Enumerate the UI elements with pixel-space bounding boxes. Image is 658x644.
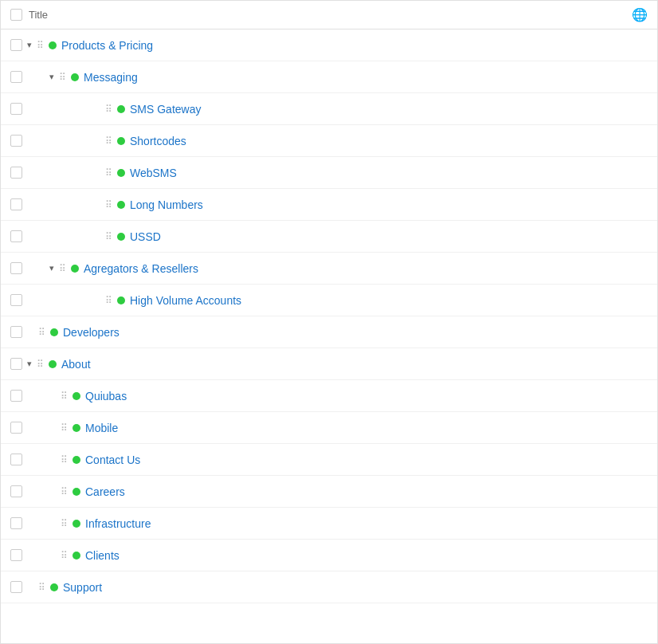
tree-row-high-volume-accounts: ⠿High Volume Accounts <box>1 285 657 316</box>
table-header: Title 🌐 <box>1 1 657 29</box>
label-agregators-resellers[interactable]: Agregators & Resellers <box>84 262 198 275</box>
status-dot-long-numbers <box>117 201 125 209</box>
drag-handle-clients[interactable]: ⠿ <box>61 550 68 561</box>
globe-icon: 🌐 <box>632 7 648 22</box>
status-dot-shortcodes <box>117 137 125 145</box>
label-about[interactable]: About <box>61 358 91 371</box>
status-dot-ussd <box>117 233 125 241</box>
label-products-pricing[interactable]: Products & Pricing <box>61 39 153 52</box>
label-high-volume-accounts[interactable]: High Volume Accounts <box>130 294 241 307</box>
checkbox-long-numbers[interactable] <box>10 198 22 210</box>
tree-row-websms: ⠿WebSMS <box>1 157 657 189</box>
label-quiubas[interactable]: Quiubas <box>85 390 127 402</box>
label-ussd[interactable]: USSD <box>130 230 161 243</box>
drag-handle-shortcodes[interactable]: ⠿ <box>105 135 112 147</box>
status-dot-support <box>50 583 58 591</box>
drag-handle-websms[interactable]: ⠿ <box>105 167 112 179</box>
tree-row-mobile: ⠿Mobile <box>1 412 657 444</box>
tree-row-products-pricing: ▾⠿Products & Pricing <box>1 29 657 61</box>
status-dot-agregators-resellers <box>71 265 79 273</box>
label-clients[interactable]: Clients <box>85 549 119 562</box>
chevron-products-pricing[interactable]: ▾ <box>27 40 32 50</box>
status-dot-infrastructure <box>72 520 80 528</box>
tree-rows-container: ▾⠿Products & Pricing▾⠿Messaging⠿SMS Gate… <box>1 29 657 603</box>
tree-row-agregators-resellers: ▾⠿Agregators & Resellers <box>1 253 657 285</box>
chevron-about[interactable]: ▾ <box>27 359 32 369</box>
status-dot-careers <box>72 488 80 496</box>
drag-handle-high-volume-accounts[interactable]: ⠿ <box>105 295 112 306</box>
tree-row-about: ▾⠿About <box>1 348 657 380</box>
status-dot-developers <box>50 328 58 336</box>
checkbox-messaging[interactable] <box>10 71 22 83</box>
drag-handle-messaging[interactable]: ⠿ <box>59 72 66 83</box>
checkbox-developers[interactable] <box>10 326 22 338</box>
drag-handle-long-numbers[interactable]: ⠿ <box>105 199 112 210</box>
drag-handle-mobile[interactable]: ⠿ <box>61 422 68 434</box>
checkbox-mobile[interactable] <box>10 422 22 434</box>
label-mobile[interactable]: Mobile <box>85 422 118 434</box>
tree-table: Title 🌐 ▾⠿Products & Pricing▾⠿Messaging⠿… <box>0 0 658 644</box>
label-contact-us[interactable]: Contact Us <box>85 454 140 466</box>
header-checkbox[interactable] <box>10 9 22 21</box>
checkbox-websms[interactable] <box>10 167 22 179</box>
drag-handle-careers[interactable]: ⠿ <box>61 486 68 497</box>
checkbox-careers[interactable] <box>10 485 22 497</box>
label-infrastructure[interactable]: Infrastructure <box>85 517 151 530</box>
status-dot-mobile <box>72 424 80 432</box>
label-websms[interactable]: WebSMS <box>130 167 177 179</box>
drag-handle-support[interactable]: ⠿ <box>38 582 45 593</box>
chevron-messaging[interactable]: ▾ <box>49 72 54 82</box>
drag-handle-infrastructure[interactable]: ⠿ <box>61 518 68 529</box>
tree-row-messaging: ▾⠿Messaging <box>1 61 657 93</box>
status-dot-quiubas <box>72 392 80 400</box>
chevron-agregators-resellers[interactable]: ▾ <box>49 263 54 273</box>
status-dot-about <box>49 360 57 368</box>
tree-row-developers: ⠿Developers <box>1 316 657 348</box>
tree-row-ussd: ⠿USSD <box>1 221 657 253</box>
drag-handle-developers[interactable]: ⠿ <box>38 327 45 338</box>
checkbox-clients[interactable] <box>10 549 22 561</box>
label-careers[interactable]: Careers <box>85 485 125 498</box>
tree-row-quiubas: ⠿Quiubas <box>1 380 657 412</box>
tree-row-sms-gateway: ⠿SMS Gateway <box>1 93 657 125</box>
status-dot-products-pricing <box>49 41 57 49</box>
tree-row-long-numbers: ⠿Long Numbers <box>1 189 657 221</box>
tree-row-contact-us: ⠿Contact Us <box>1 444 657 476</box>
checkbox-about[interactable] <box>10 358 22 370</box>
header-title: Title <box>29 9 48 21</box>
drag-handle-ussd[interactable]: ⠿ <box>105 231 112 242</box>
checkbox-sms-gateway[interactable] <box>10 103 22 115</box>
status-dot-high-volume-accounts <box>117 296 125 304</box>
drag-handle-quiubas[interactable]: ⠿ <box>61 391 68 402</box>
checkbox-agregators-resellers[interactable] <box>10 262 22 274</box>
label-developers[interactable]: Developers <box>63 326 119 339</box>
tree-row-support: ⠿Support <box>1 571 657 603</box>
tree-row-clients: ⠿Clients <box>1 540 657 571</box>
drag-handle-contact-us[interactable]: ⠿ <box>61 454 68 465</box>
tree-row-shortcodes: ⠿Shortcodes <box>1 125 657 157</box>
drag-handle-sms-gateway[interactable]: ⠿ <box>105 104 112 115</box>
checkbox-contact-us[interactable] <box>10 454 22 465</box>
drag-handle-products-pricing[interactable]: ⠿ <box>37 40 44 51</box>
drag-handle-agregators-resellers[interactable]: ⠿ <box>59 263 66 274</box>
status-dot-contact-us <box>72 456 80 464</box>
checkbox-products-pricing[interactable] <box>10 39 22 51</box>
label-long-numbers[interactable]: Long Numbers <box>130 198 203 211</box>
tree-row-careers: ⠿Careers <box>1 476 657 508</box>
checkbox-shortcodes[interactable] <box>10 135 22 147</box>
label-messaging[interactable]: Messaging <box>84 71 138 84</box>
label-sms-gateway[interactable]: SMS Gateway <box>130 103 201 116</box>
checkbox-ussd[interactable] <box>10 230 22 242</box>
drag-handle-about[interactable]: ⠿ <box>37 359 44 370</box>
checkbox-infrastructure[interactable] <box>10 517 22 529</box>
tree-row-infrastructure: ⠿Infrastructure <box>1 508 657 540</box>
checkbox-quiubas[interactable] <box>10 390 22 402</box>
status-dot-sms-gateway <box>117 105 125 113</box>
label-shortcodes[interactable]: Shortcodes <box>130 135 186 147</box>
checkbox-high-volume-accounts[interactable] <box>10 294 22 306</box>
checkbox-support[interactable] <box>10 581 22 593</box>
status-dot-clients <box>72 552 80 560</box>
status-dot-messaging <box>71 73 79 81</box>
status-dot-websms <box>117 169 125 177</box>
label-support[interactable]: Support <box>63 581 102 594</box>
